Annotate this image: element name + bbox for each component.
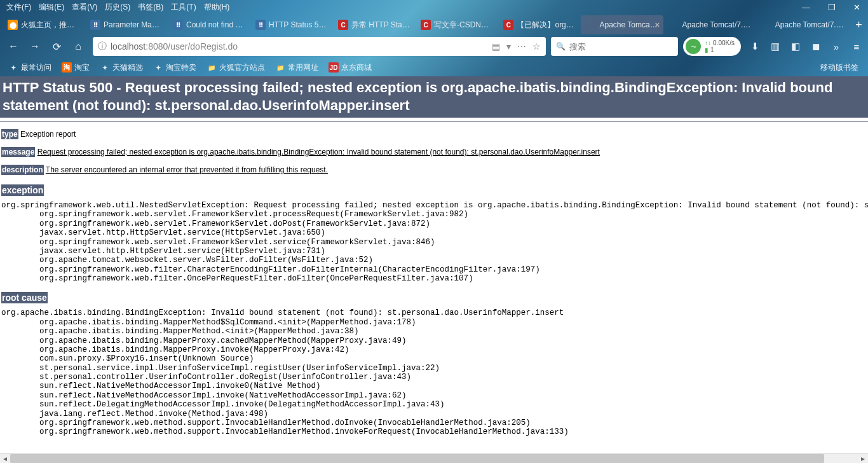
page-content[interactable]: HTTP Status 500 - Request processing fai… [0, 76, 868, 458]
close-button[interactable]: ✕ [850, 1, 864, 13]
bookmark-icon: 📁 [275, 62, 285, 73]
window-controls: — ❐ ✕ [798, 1, 864, 13]
sidebar-icon[interactable]: ◧ [788, 39, 803, 54]
tab-close-icon[interactable]: × [654, 20, 660, 30]
tab-4[interactable]: C异常 HTTP Sta… [333, 15, 416, 34]
bookmark-item-1[interactable]: 淘淘宝 [57, 60, 94, 75]
reload-button[interactable]: ⟳ [47, 37, 66, 56]
scroll-thumb[interactable] [10, 454, 824, 463]
search-icon: 🔍 [556, 42, 566, 51]
divider [0, 121, 868, 122]
bookmark-icon: JD [329, 62, 339, 73]
tab-favicon: C [338, 20, 348, 30]
bookmarks-bar: ✦最常访问淘淘宝✦天猫精选✦淘宝特卖📁火狐官方站点📁常用网址JD京东商城移动版书… [0, 59, 868, 76]
tab-5[interactable]: C写文章-CSDN博… [416, 15, 498, 34]
search-bar[interactable]: 🔍 [551, 37, 678, 56]
bookmark-item-0[interactable]: ✦最常访问 [4, 60, 56, 75]
tab-label: 火狐主页，推荐… [21, 20, 80, 31]
downloads-icon[interactable]: ⬇ [747, 39, 763, 54]
rootcause-trace: org.apache.ibatis.binding.BindingExcepti… [1, 308, 867, 436]
bookmark-label: 常用网址 [288, 62, 318, 73]
tab-favicon: C [503, 20, 513, 30]
tab-favicon [762, 20, 772, 30]
bookmark-icon: 📁 [207, 62, 217, 73]
tab-1[interactable]: ⠿Parameter Map… [85, 15, 168, 34]
menu-history[interactable]: 历史(S) [101, 2, 134, 13]
maximize-button[interactable]: ❐ [824, 1, 839, 13]
scroll-right-icon[interactable]: ▸ [858, 453, 868, 464]
tab-favicon: C [421, 20, 431, 30]
search-input[interactable] [569, 42, 676, 52]
mobile-bookmarks[interactable]: 移动版书签 [816, 60, 863, 75]
bookmark-label: 天猫精选 [112, 62, 143, 73]
error-message: message Request processing failed; neste… [1, 146, 867, 158]
wifi-icon: ⏦ [686, 39, 701, 54]
horizontal-scrollbar[interactable]: ◂ ▸ [0, 453, 868, 463]
tab-favicon: ⠿ [255, 20, 266, 30]
toolbar-icons: ⬇ ▥ ◧ ◼ » ≡ [747, 39, 864, 54]
tab-3[interactable]: ⠿HTTP Status 50… [250, 15, 333, 34]
scroll-track[interactable] [10, 453, 858, 464]
tab-favicon: ⠿ [90, 20, 100, 30]
menu-view[interactable]: 查看(V) [68, 2, 101, 13]
forward-button[interactable]: → [25, 37, 44, 56]
menu-edit[interactable]: 编辑(E) [35, 2, 68, 13]
error-description: description The server encountered an in… [1, 164, 867, 176]
back-button[interactable]: ← [4, 37, 23, 56]
tab-label: Parameter Map… [104, 20, 163, 29]
bookmark-star-icon[interactable]: ☆ [532, 41, 541, 52]
library-icon[interactable]: ▥ [768, 39, 783, 54]
error-type: type Exception report [1, 128, 867, 140]
exception-label: exception [1, 184, 44, 196]
hamburger-menu-icon[interactable]: ≡ [849, 39, 864, 54]
bookmark-label: 淘宝特卖 [166, 62, 196, 73]
tab-label: 【已解决】org… [517, 20, 573, 31]
tab-label: Apache Tomcat… [599, 20, 658, 29]
bookmark-label: 京东商城 [341, 62, 372, 73]
bookmark-item-5[interactable]: 📁常用网址 [271, 60, 323, 75]
scroll-left-icon[interactable]: ◂ [0, 453, 10, 464]
home-button[interactable]: ⌂ [69, 37, 88, 56]
bookmark-item-3[interactable]: ✦淘宝特卖 [149, 60, 201, 75]
error-heading: HTTP Status 500 - Request processing fai… [0, 76, 868, 118]
bookmark-item-6[interactable]: JD京东商城 [324, 60, 376, 75]
bookmark-item-4[interactable]: 📁火狐官方站点 [202, 60, 269, 75]
exception-trace: org.springframework.web.util.NestedServl… [1, 201, 867, 283]
minimize-button[interactable]: — [798, 1, 814, 13]
tab-label: Apache Tomcat/7.0… [775, 20, 844, 29]
address-bar[interactable]: ⓘ localhost:8080/user/doRegist.do ▤ ▾ ⋯ … [93, 37, 546, 56]
menu-bookmarks[interactable]: 书签(B) [134, 2, 167, 13]
menu-bar: 文件(F) 编辑(E) 查看(V) 历史(S) 书签(B) 工具(T) 帮助(H… [0, 0, 868, 14]
tab-9[interactable]: Apache Tomcat/7.0… [757, 15, 850, 34]
bookmark-label: 淘宝 [74, 62, 90, 73]
menu-file[interactable]: 文件(F) [3, 2, 35, 13]
tab-label: Apache Tomcat/7.0… [682, 20, 751, 29]
new-tab-button[interactable]: + [850, 15, 868, 34]
url-text: localhost:8080/user/doRegist.do [111, 41, 488, 52]
extensions-icon[interactable]: ◼ [808, 39, 824, 54]
network-indicator[interactable]: ⏦ ↑↓ 0.00K/s ▮ 1 [683, 37, 741, 56]
bookmark-icon: ✦ [8, 62, 18, 73]
tab-0[interactable]: ⬤火狐主页，推荐… [3, 15, 85, 34]
tab-6[interactable]: C【已解决】org… [498, 15, 581, 34]
menu-tools[interactable]: 工具(T) [167, 2, 200, 13]
bookmark-icon: ✦ [100, 62, 110, 73]
bookmark-icon: 淘 [62, 62, 72, 73]
tab-favicon: ⠿ [173, 20, 183, 30]
browser-chrome: 文件(F) 编辑(E) 查看(V) 历史(S) 书签(B) 工具(T) 帮助(H… [0, 0, 868, 76]
reader-icon[interactable]: ▤ [492, 41, 500, 52]
bookmark-item-2[interactable]: ✦天猫精选 [95, 60, 147, 75]
tab-7[interactable]: Apache Tomcat…× [581, 15, 663, 34]
tab-label: 异常 HTTP Sta… [351, 20, 410, 31]
tab-8[interactable]: Apache Tomcat/7.0… [663, 15, 756, 34]
menu-help[interactable]: 帮助(H) [200, 2, 234, 13]
tab-2[interactable]: ⠿Could not find … [168, 15, 250, 34]
info-icon[interactable]: ⓘ [98, 41, 107, 52]
rootcause-label: root cause [1, 292, 48, 303]
url-actions: ▤ ▾ ⋯ ☆ [492, 41, 541, 52]
more-icon[interactable]: ⋯ [517, 41, 526, 52]
pocket-icon[interactable]: ▾ [506, 41, 511, 52]
overflow-icon[interactable]: » [829, 39, 844, 54]
navigation-bar: ← → ⟳ ⌂ ⓘ localhost:8080/user/doRegist.d… [0, 34, 868, 59]
bookmark-label: 最常访问 [21, 62, 51, 73]
